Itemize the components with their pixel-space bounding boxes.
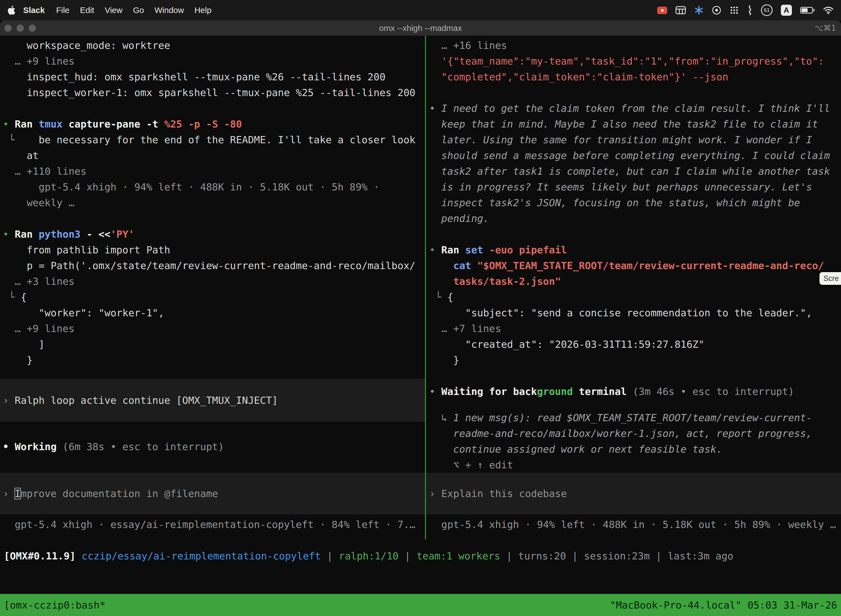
window-title-bar[interactable]: omx --xhigh --madmax ⌥⌘1	[0, 21, 841, 36]
text-segment: "completed","claim_token":"claim-token"}…	[429, 71, 728, 82]
terminal-line	[429, 226, 841, 242]
tmux-pane-right[interactable]: … +16 lines '{"team_name":"my-team","tas…	[426, 36, 841, 539]
text-segment: ralph:1/10	[339, 550, 399, 562]
battery-percent-icon[interactable]: 61	[761, 4, 772, 16]
omx-status-line: [OMX#0.11.9] cczip/essay/ai-reimplementa…	[0, 548, 733, 564]
terminal-line	[3, 100, 425, 116]
text-segment: |	[321, 550, 339, 562]
terminal-line: should send a message before completing …	[429, 148, 841, 163]
menu-app-name[interactable]: Slack	[17, 6, 51, 15]
terminal-line: … +110 lines	[3, 163, 425, 179]
terminal-line: › Explain this codebase	[429, 486, 841, 502]
terminal-line: └ {	[429, 289, 841, 305]
prompt-band[interactable]: › Improve documentation in @filename	[0, 473, 425, 515]
terminal-line: "worker": "worker-1",	[3, 305, 425, 321]
text-segment: tmux	[39, 119, 69, 130]
gap	[429, 399, 841, 410]
text-segment: •	[429, 103, 441, 114]
text-segment: inspect_hud: omx sparkshell --tmux-pane …	[3, 71, 385, 82]
terminal-line	[3, 211, 425, 226]
text-segment: I	[15, 488, 21, 499]
terminal-line: workspace_mode: worktree	[3, 38, 425, 53]
app-grid-icon[interactable]	[730, 6, 739, 15]
text-segment: •	[3, 229, 15, 240]
text-segment: "worker": "worker-1",	[3, 307, 164, 318]
prompt-band[interactable]: › Explain this codebase	[426, 473, 841, 515]
text-segment: is in progress? It seems likely but perh…	[429, 181, 812, 193]
terminal-line: from pathlib import Path	[3, 242, 425, 258]
screen-recording-icon[interactable]	[657, 7, 667, 14]
menu-item-file[interactable]: File	[51, 6, 75, 15]
text-segment: readme-and-reco/mailbox/worker-1.json, a…	[429, 428, 812, 439]
terminal-line: • Working (6m 38s • esc to interrupt)	[3, 439, 425, 455]
ring-app-icon[interactable]	[712, 6, 721, 15]
tmux-host-clock: "MacBook-Pro-44.local" 05:03 31-Mar-26	[610, 600, 837, 611]
menu-item-go[interactable]: Go	[128, 6, 149, 15]
text-segment: ]	[3, 339, 45, 350]
pinwheel-icon[interactable]	[694, 6, 703, 15]
text-segment: ›	[429, 488, 441, 499]
text-segment: •	[429, 244, 441, 255]
gap	[3, 515, 425, 517]
text-segment: |	[650, 550, 668, 562]
text-segment: cat	[453, 260, 477, 271]
terminal-line: tasks/task-2.json"	[429, 273, 841, 289]
text-segment: keep that in mind. Maybe I also need the…	[429, 119, 818, 130]
terminal-line	[429, 368, 841, 384]
text-segment: at	[3, 150, 39, 161]
text-segment: -euo pipefail	[489, 244, 567, 255]
text-segment: later. Using the same for transition mig…	[429, 134, 812, 145]
terminal-line: is in progress? It seems likely but perh…	[429, 179, 841, 195]
input-source-icon[interactable]: A	[781, 5, 792, 16]
text-segment: pending.	[429, 213, 489, 224]
wifi-icon[interactable]	[823, 6, 834, 14]
text-segment: team:1 workers	[417, 550, 500, 562]
terminal-line: weekly …	[3, 195, 425, 211]
text-segment: }	[3, 354, 32, 366]
text-segment: inspect_worker-1: omx sparkshell --tmux-…	[3, 87, 416, 98]
tmux-pane-left[interactable]: workspace_mode: worktree … +9 lines insp…	[0, 36, 425, 539]
text-segment: Ran	[15, 119, 39, 130]
terminal-line: "created_at": "2026-03-31T11:59:27.816Z"	[429, 336, 841, 352]
menu-item-view[interactable]: View	[99, 6, 127, 15]
battery-icon[interactable]	[800, 7, 815, 13]
text-segment: 1 new msg(s): read $OMX_TEAM_STATE_ROOT/…	[453, 412, 812, 423]
text-segment: ›	[3, 488, 15, 499]
terminal-line: … +7 lines	[429, 321, 841, 336]
text-segment: └	[429, 292, 447, 303]
terminal-line: pending.	[429, 211, 841, 226]
text-segment: - <<	[86, 229, 110, 240]
apple-menu[interactable]	[7, 5, 17, 15]
text-segment: I need to get the claim token from the c…	[441, 103, 830, 114]
terminal-line: gpt-5.4 xhigh · 94% left · 488K in · 5.1…	[429, 517, 841, 532]
terminal-line: inspect_hud: omx sparkshell --tmux-pane …	[3, 69, 425, 85]
text-segment: … +9 lines	[3, 56, 75, 67]
text-segment: "$OMX_TEAM_STATE_ROOT/team/review-curren…	[477, 260, 824, 271]
menu-bar-status-icons: 61 A	[657, 4, 834, 16]
grid-table-icon[interactable]	[675, 6, 686, 14]
squiggle-icon[interactable]	[747, 5, 753, 15]
text-segment: {	[447, 292, 453, 303]
terminal-line: • Waiting for background terminal (3m 46…	[429, 384, 841, 399]
terminal-line: • Ran set -euo pipefail	[429, 242, 841, 258]
text-segment: turns:20	[518, 550, 566, 562]
menu-item-window[interactable]: Window	[149, 6, 189, 15]
terminal-line: • Ran tmux capture-pane -t %25 -p -S -80	[3, 116, 425, 132]
terminal-block: gpt-5.4 xhigh · essay/ai-reimplementatio…	[3, 517, 425, 532]
terminal-line: └ be necessary for the end of the README…	[3, 132, 425, 148]
terminal-block: workspace_mode: worktree … +9 lines insp…	[3, 38, 425, 368]
menu-item-edit[interactable]: Edit	[75, 6, 100, 15]
prompt-band[interactable]: › Ralph loop active continue [OMX_TMUX_I…	[0, 379, 425, 422]
text-segment: capture-pane	[69, 119, 146, 130]
text-segment: gpt-5.4 xhigh · 94% left · 488K in · 5.1…	[3, 181, 379, 193]
terminal-line: • Ran python3 - <<'PY'	[3, 226, 425, 242]
text-segment: be necessary for the end of the README. …	[15, 134, 415, 145]
text-segment: ›	[3, 395, 15, 406]
menu-item-help[interactable]: Help	[189, 6, 217, 15]
terminal-block: • Working (6m 38s • esc to interrupt)	[3, 439, 425, 455]
text-segment: ground	[537, 386, 573, 397]
text-segment: '{"team_name":"my-team","task_id":"1","f…	[429, 56, 824, 67]
text-segment: Ran	[441, 244, 465, 255]
text-segment: mprove documentation in @filename	[21, 488, 218, 499]
tmux-status-bar: [omx-cczip0:bash* "MacBook-Pro-44.local"…	[0, 594, 841, 616]
